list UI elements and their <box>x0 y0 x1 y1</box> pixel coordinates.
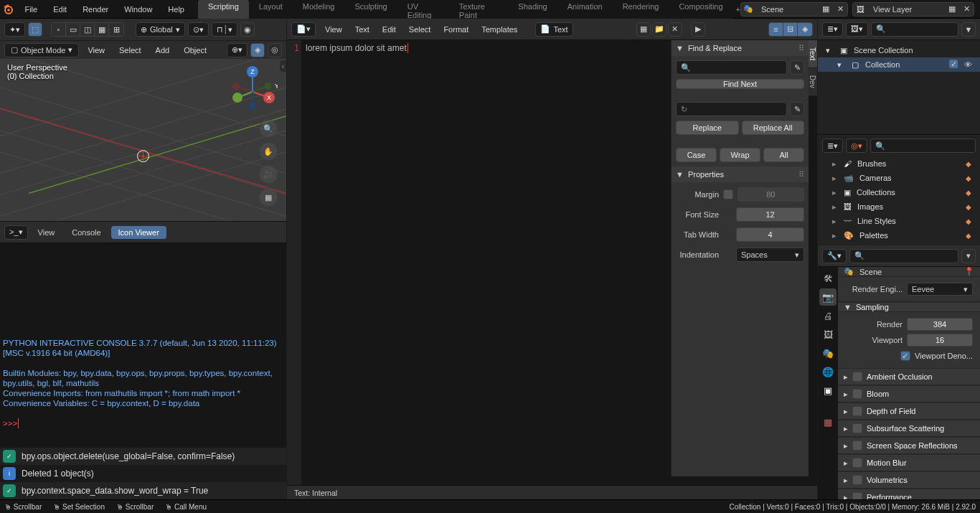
texture-tab-icon[interactable]: ▦ <box>819 413 837 430</box>
select-menu[interactable]: Select <box>113 46 147 55</box>
text-tab[interactable]: Text <box>809 40 817 68</box>
open-text-icon[interactable]: 📁 <box>652 22 666 37</box>
report-row[interactable]: iDeleted 1 object(s) <box>0 465 286 482</box>
sampling-panel-header[interactable]: ▼Sampling <box>838 302 980 312</box>
console-output[interactable]: PYTHON INTERACTIVE CONSOLE 3.7.7 (defaul… <box>0 243 286 448</box>
ortho-icon[interactable]: ▦ <box>259 188 278 207</box>
text-editor-body[interactable]: 1 lorem ipsum dolor sit amet ▼Find & Rep… <box>287 40 817 485</box>
te-menu-text[interactable]: Text <box>349 25 376 34</box>
dev-tab[interactable]: Dev <box>809 68 817 96</box>
data-search[interactable]: 🔍 <box>870 138 976 153</box>
tabwidth-value[interactable]: 4 <box>736 227 804 242</box>
overlays-dropdown[interactable]: ⊕▾ <box>227 43 248 57</box>
case-toggle[interactable]: Case <box>676 148 717 162</box>
te-menu-view[interactable]: View <box>319 25 349 34</box>
te-menu-select[interactable]: Select <box>402 25 438 34</box>
panel-subsurface-scattering[interactable]: ▸Subsurface Scattering <box>838 420 980 437</box>
replace-input[interactable]: ↻ <box>676 102 787 116</box>
proportional-edit-icon[interactable]: ◉ <box>240 22 255 37</box>
find-input[interactable]: 🔍 <box>676 60 787 75</box>
panel-enable-checkbox[interactable] <box>852 441 862 451</box>
nav-gizmo[interactable]: X Z Y <box>227 63 278 113</box>
scene-tab-icon[interactable]: 🎭 <box>819 344 837 362</box>
icon-viewer-tab[interactable]: Icon Viewer <box>111 226 166 239</box>
filter-icon[interactable]: ▼ <box>961 22 976 37</box>
panel-enable-checkbox[interactable] <box>852 406 862 416</box>
orientation-dropdown[interactable]: ⊕Global▾ <box>136 22 185 37</box>
menu-window[interactable]: Window <box>116 0 160 19</box>
cursor-tool-icon[interactable]: ⬚ <box>28 22 42 37</box>
panel-depth-of-field[interactable]: ▸Depth of Field <box>838 403 980 420</box>
viewlayer-selector[interactable]: 🖼 View Layer ▦ ✕ <box>852 2 974 17</box>
browse-icon[interactable]: ▦ <box>945 2 959 17</box>
render-engine-select[interactable]: Eevee▾ <box>907 283 973 296</box>
find-next-button[interactable]: Find Next <box>676 79 804 89</box>
panel-motion-blur[interactable]: ▸Motion Blur <box>838 454 980 471</box>
close-icon[interactable]: ✕ <box>833 2 847 17</box>
wrap-toggle[interactable]: Wrap <box>720 148 760 162</box>
visibility-icon[interactable]: 👁 <box>960 59 976 70</box>
object-menu[interactable]: Object <box>178 46 212 55</box>
panel-enable-checkbox[interactable] <box>852 423 862 433</box>
eyedropper-icon[interactable]: ✎ <box>790 60 804 75</box>
browse-icon[interactable]: ▦ <box>819 2 833 17</box>
data-row-cameras[interactable]: ▸📹Cameras◆ <box>818 171 980 185</box>
display-mode-blender-icon[interactable]: ◎▾ <box>846 138 867 153</box>
close-icon[interactable]: ✕ <box>959 2 974 17</box>
outliner-tree[interactable]: ▾▣Scene Collection ▾▢Collection ✓ 👁 <box>818 40 980 134</box>
display-options[interactable]: ≡⊟◈ <box>768 22 813 37</box>
panel-enable-checkbox[interactable] <box>852 389 862 399</box>
console-menu[interactable]: Console <box>65 226 108 239</box>
menu-help[interactable]: Help <box>160 0 192 19</box>
te-menu-edit[interactable]: Edit <box>376 25 402 34</box>
editor-type-dropdown[interactable]: >_▾ <box>4 225 28 240</box>
data-row-line-styles[interactable]: ▸〰Line Styles◆ <box>818 214 980 228</box>
panel-bloom[interactable]: ▸Bloom <box>838 385 980 403</box>
render-tab-icon[interactable]: 📷 <box>819 288 837 306</box>
margin-checkbox[interactable] <box>723 189 733 199</box>
data-row-images[interactable]: ▸🖼Images◆ <box>818 199 980 214</box>
exclude-checkbox[interactable]: ✓ <box>948 59 958 69</box>
snap-dropdown[interactable]: ⊓┊▾ <box>212 22 237 37</box>
te-menu-templates[interactable]: Templates <box>475 25 524 34</box>
zoom-icon[interactable]: 🔍 <box>259 119 278 138</box>
output-tab-icon[interactable]: 🖨 <box>819 307 837 324</box>
panel-performance[interactable]: ▸Performance <box>838 489 980 499</box>
te-menu-format[interactable]: Format <box>437 25 475 34</box>
data-row-palettes[interactable]: ▸🎨Palettes◆ <box>818 228 980 243</box>
editor-type-dropdown[interactable]: ≣▾ <box>822 138 843 153</box>
render-samples-value[interactable]: 384 <box>907 318 973 331</box>
select-mode-buttons[interactable]: ▫▭◫▦⊞ <box>51 22 124 37</box>
world-tab-icon[interactable]: 🌐 <box>819 363 837 380</box>
new-text-icon[interactable]: ▦ <box>636 22 651 37</box>
editor-type-dropdown[interactable]: 🔧▾ <box>822 249 847 263</box>
editor-type-dropdown[interactable]: 📄▾ <box>291 22 316 37</box>
data-row-brushes[interactable]: ▸🖌Brushes◆ <box>818 156 980 171</box>
pin-icon[interactable]: 📍 <box>964 267 974 276</box>
find-replace-header[interactable]: ▼Find & Replace⠿ <box>672 40 809 56</box>
overlay-toggle-icon[interactable]: ◎ <box>268 43 282 57</box>
scene-selector[interactable]: 🎭 Scene ▦ ✕ <box>740 2 848 17</box>
viewport-samples-value[interactable]: 16 <box>907 334 973 347</box>
margin-value[interactable]: 80 <box>738 187 804 202</box>
panel-enable-checkbox[interactable] <box>852 492 862 499</box>
run-script-icon[interactable]: ▶ <box>691 22 705 37</box>
replace-all-button[interactable]: Replace All <box>742 121 805 135</box>
mode-dropdown[interactable]: ▢Object Mode▾ <box>4 43 79 57</box>
collection-row[interactable]: ▾▢Collection ✓ 👁 <box>818 57 980 72</box>
sidebar-toggle[interactable]: ‹ <box>280 60 286 72</box>
editor-type-dropdown[interactable]: ✦▾ <box>4 22 25 37</box>
pivot-dropdown[interactable]: ⊙▾ <box>188 22 209 37</box>
collection-tab-icon[interactable]: ▣ <box>819 382 837 399</box>
menu-render[interactable]: Render <box>75 0 116 19</box>
data-row-collections[interactable]: ▸▣Collections◆ <box>818 185 980 199</box>
panel-screen-space-reflections[interactable]: ▸Screen Space Reflections <box>838 437 980 454</box>
gizmo-toggle-icon[interactable]: ◈ <box>250 43 265 57</box>
view-menu[interactable]: View <box>82 46 110 55</box>
report-row[interactable]: ✓bpy.context.space_data.show_word_wrap =… <box>0 482 286 499</box>
editor-type-dropdown[interactable]: ≣▾ <box>822 22 843 37</box>
property-search[interactable]: 🔍 <box>849 249 958 263</box>
display-mode-dropdown[interactable]: 🖼▾ <box>846 22 868 37</box>
3d-viewport[interactable]: ✦▾ ⬚ ▫▭◫▦⊞ ⊕Global▾ ⊙▾ ⊓┊▾ ◉ ▢Object Mod… <box>0 19 286 222</box>
breadcrumb-scene[interactable]: Scene <box>859 268 882 276</box>
